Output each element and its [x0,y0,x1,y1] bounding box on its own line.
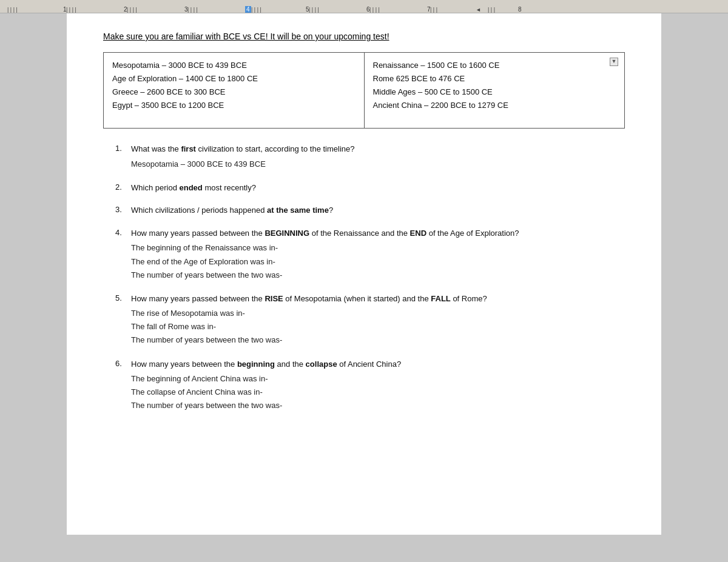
ruler: | | | | 1 | | | | 2 | | | | 3 | | | | 4 … [0,0,728,13]
table-left-row-4: Egypt – 3500 BCE to 1200 BCE [112,99,356,112]
table-right-row-3: Middle Ages – 500 CE to 1500 CE [373,85,616,99]
table-left-row-3: Greece – 2600 BCE to 300 BCE [112,85,356,99]
scroll-icon[interactable]: ▼ [610,58,618,66]
ruler-tick: | | | | [66,7,76,13]
ruler-tick: | | | | [251,7,261,13]
ruler-tick: | | | | [127,7,137,13]
ruler-tick: | | | | [309,7,319,13]
question-5-answer-2: The fall of Rome was in- [131,320,613,333]
question-1: 1. What was the first civilization to st… [115,143,613,171]
question-2: 2. Which period ended most recently? [115,182,613,194]
question-4-number: 4. [115,227,127,237]
ruler-tick: | | | [430,7,437,13]
question-5-answer-3: The number of years between the two was- [131,333,613,347]
question-1-number: 1. [115,143,127,153]
ruler-tick: | | | | [187,7,198,13]
page-area: Make sure you are familiar with BCE vs C… [67,13,661,535]
question-4-text: How many years passed between the BEGINN… [131,227,519,239]
question-5-number: 5. [115,293,127,303]
ruler-arrow: ◄ [476,7,481,13]
question-4-answers: The beginning of the Renaissance was in-… [115,241,613,281]
table-right-row-1: Renaissance – 1500 CE to 1600 CE [373,59,616,72]
question-3-row: 3. Which civilizations / periods happene… [115,204,613,216]
question-1-answer-1: Mesopotamia – 3000 BCE to 439 BCE [131,158,613,171]
civilizations-table: Mesopotamia – 3000 BCE to 439 BCE Age of… [103,52,625,129]
question-6-text: How many years between the beginning and… [131,358,401,370]
question-4-row: 4. How many years passed between the BEG… [115,227,613,239]
question-2-row: 2. Which period ended most recently? [115,182,613,194]
question-5-text: How many years passed between the RISE o… [131,293,487,305]
question-6-answer-1: The beginning of Ancient China was in- [131,372,613,386]
table-left-row-1: Mesopotamia – 3000 BCE to 439 BCE [112,59,356,72]
table-right-row-4: Ancient China – 2200 BCE to 1279 CE [373,99,616,112]
ruler-marks: | | | | 1 | | | | 2 | | | | 3 | | | | 4 … [2,0,726,13]
question-4-answer-2: The end of the Age of Exploration was in… [131,255,613,269]
ruler-number-8: 8 [518,6,522,13]
question-2-number: 2. [115,182,127,192]
header-notice: Make sure you are familiar with BCE vs C… [103,32,625,41]
question-6-answer-3: The number of years between the two was- [131,399,613,412]
question-4: 4. How many years passed between the BEG… [115,227,613,282]
ruler-number-4: 4 [245,6,251,13]
question-2-text: Which period ended most recently? [131,182,256,194]
question-5-row: 5. How many years passed between the RIS… [115,293,613,305]
question-1-row: 1. What was the first civilization to st… [115,143,613,155]
questions-section: 1. What was the first civilization to st… [103,143,625,412]
question-6-answers: The beginning of Ancient China was in- T… [115,372,613,412]
question-4-answer-3: The number of years between the two was- [131,269,613,282]
question-3-number: 3. [115,204,127,214]
question-6: 6. How many years between the beginning … [115,358,613,413]
question-5-answer-1: The rise of Mesopotamia was in- [131,307,613,320]
question-5: 5. How many years passed between the RIS… [115,293,613,347]
table-right-cell: ▼ Renaissance – 1500 CE to 1600 CE Rome … [364,53,625,129]
question-1-answers: Mesopotamia – 3000 BCE to 439 BCE [115,158,613,171]
question-1-text: What was the first civilization to start… [131,143,355,155]
question-3-text: Which civilizations / periods happened a… [131,204,333,216]
question-6-number: 6. [115,358,127,368]
ruler-tick: | | | | [7,7,18,13]
ruler-tick: | | | [488,7,495,13]
question-6-answer-2: The collapse of Ancient China was in- [131,386,613,399]
ruler-tick: | | | | [369,7,380,13]
question-3: 3. Which civilizations / periods happene… [115,204,613,216]
question-6-row: 6. How many years between the beginning … [115,358,613,370]
question-5-answers: The rise of Mesopotamia was in- The fall… [115,307,613,347]
table-left-cell: Mesopotamia – 3000 BCE to 439 BCE Age of… [104,53,365,129]
question-4-answer-1: The beginning of the Renaissance was in- [131,241,613,255]
table-right-row-2: Rome 625 BCE to 476 CE [373,72,616,85]
table-left-row-2: Age of Exploration – 1400 CE to 1800 CE [112,72,356,85]
